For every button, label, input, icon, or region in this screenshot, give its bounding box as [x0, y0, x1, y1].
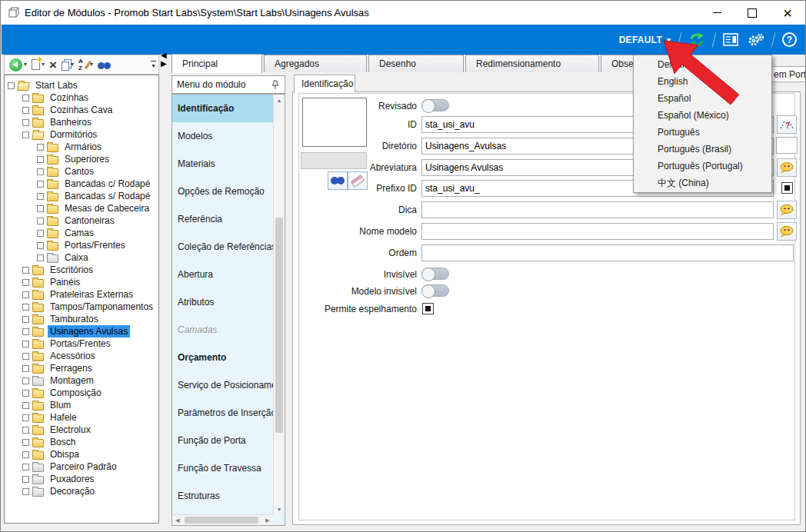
expand-right-icon[interactable]: ▶	[161, 60, 167, 68]
tree-expander-icon[interactable]	[22, 402, 29, 409]
replace-id-button[interactable]: ?	[777, 115, 797, 134]
tree-expander-icon[interactable]	[22, 328, 29, 335]
language-menu-item[interactable]: Português	[634, 124, 771, 141]
tree-item[interactable]: Parceiro Padrão	[5, 461, 158, 473]
module-menu-item[interactable]: Referência	[172, 205, 274, 233]
tree-item[interactable]: Ferragens	[5, 362, 158, 374]
module-menu-item[interactable]: Atributos	[172, 288, 274, 316]
close-button[interactable]	[770, 1, 805, 25]
tree-item[interactable]: Obispa	[5, 448, 158, 461]
delete-button[interactable]	[47, 56, 59, 73]
tree-expander-icon[interactable]	[37, 156, 44, 163]
module-menu-item[interactable]: Materiais	[172, 150, 274, 178]
identification-subtab[interactable]: Identificação	[294, 75, 355, 92]
permite-espelhamento-checkbox[interactable]	[422, 303, 434, 314]
tree-expander-icon[interactable]	[22, 95, 29, 101]
translate-nome-modelo-button[interactable]	[777, 222, 797, 241]
tree-item[interactable]: Portas/Frentes	[5, 239, 158, 251]
tree-item[interactable]: Usinagens Avulsas	[5, 325, 158, 337]
tree-item[interactable]: Portas/Frentes	[5, 337, 158, 350]
dica-input[interactable]	[421, 201, 774, 218]
language-menu-item[interactable]: 中文 (China)	[634, 175, 771, 191]
tree-expander-icon[interactable]	[37, 181, 44, 188]
module-menu-item[interactable]: Modelos	[172, 122, 274, 150]
tree-item[interactable]: Puxadores	[5, 473, 158, 485]
horizontal-scrollbar[interactable]: ◀ ▶	[172, 514, 273, 525]
tree-expander-icon[interactable]	[22, 365, 29, 372]
toolbar-overflow-button[interactable]	[148, 56, 158, 73]
module-menu-item[interactable]: Parâmetros de Inserção	[172, 399, 274, 427]
module-menu-item[interactable]: Serviço de Posicionamento	[172, 371, 274, 399]
back-button[interactable]: ▾	[7, 56, 29, 73]
vertical-scrollbar[interactable]: ▲ ▼	[273, 95, 285, 514]
tree-item[interactable]: Painéis	[5, 276, 158, 288]
ordem-input[interactable]	[421, 244, 794, 261]
tree-expander-icon[interactable]	[37, 193, 44, 200]
tree-expander-icon[interactable]	[22, 267, 29, 274]
nome-modelo-input[interactable]	[421, 223, 774, 240]
tree-expander-icon[interactable]	[22, 488, 29, 495]
pin-icon[interactable]	[271, 80, 280, 90]
module-menu-item[interactable]: Estruturas	[172, 482, 274, 510]
tree-item[interactable]: Start Labs	[5, 79, 158, 91]
tree-expander-icon[interactable]	[22, 414, 29, 421]
translate-abreviatura-button[interactable]	[777, 158, 797, 177]
settings-button[interactable]	[748, 33, 764, 47]
tree-item[interactable]: Decoração	[5, 485, 158, 497]
tree-expander-icon[interactable]	[37, 254, 44, 261]
module-menu-item[interactable]: Abertura	[172, 261, 274, 288]
tree-item[interactable]: Bosch	[5, 436, 158, 448]
tree-item[interactable]: Acessórios	[5, 350, 158, 362]
chevron-down-icon[interactable]: ▾	[71, 62, 74, 68]
tree-item[interactable]: Tampos/Tamponamentos	[5, 301, 158, 313]
tree-item[interactable]: Camas	[5, 227, 158, 239]
module-menu-item[interactable]: Orçamento	[172, 344, 274, 371]
module-menu-item[interactable]: Função de Travessa	[172, 454, 274, 482]
module-menu-item[interactable]: Função de Porta	[172, 427, 274, 454]
partially-visible-tab[interactable]: em Port	[771, 66, 806, 82]
find-button[interactable]	[95, 56, 113, 73]
revisado-toggle[interactable]	[421, 99, 449, 111]
tree-item[interactable]: Bancadas s/ Rodapé	[5, 190, 158, 202]
tree-item[interactable]: Cozinhas Cava	[5, 104, 158, 116]
tree-expander-icon[interactable]	[22, 353, 29, 360]
tree-item[interactable]: Cozinhas	[5, 91, 158, 104]
module-menu-item[interactable]: Opções de Remoção	[172, 178, 274, 205]
module-menu-item[interactable]: Identificação	[172, 95, 274, 122]
tree-item[interactable]: Montagem	[5, 374, 158, 387]
new-item-button[interactable]: ▾	[29, 56, 47, 73]
main-tab[interactable]: Agregados	[264, 55, 367, 72]
scroll-up-icon[interactable]: ▲	[274, 95, 285, 105]
tree-expander-icon[interactable]	[22, 304, 29, 311]
tree-expander-icon[interactable]	[22, 341, 29, 347]
tree-expander-icon[interactable]	[37, 144, 44, 151]
help-button[interactable]: ?	[782, 32, 797, 47]
tree-expander-icon[interactable]	[22, 131, 29, 138]
main-tab[interactable]: Principal	[172, 54, 262, 73]
chevron-down-icon[interactable]: ▾	[42, 62, 45, 68]
invisivel-toggle[interactable]	[421, 268, 449, 280]
tree-item[interactable]: Hafele	[5, 411, 158, 424]
tree-expander-icon[interactable]	[8, 82, 15, 89]
tree-item[interactable]: Armários	[5, 141, 158, 153]
scrollbar-thumb[interactable]	[185, 517, 258, 524]
tree-expander-icon[interactable]	[22, 279, 29, 286]
tree-item[interactable]: Electrolux	[5, 424, 158, 436]
main-tab[interactable]: Redimensionamento	[465, 55, 599, 72]
tree-expander-icon[interactable]	[22, 119, 29, 126]
tree-expander-icon[interactable]	[22, 451, 29, 458]
tree-expander-icon[interactable]	[22, 377, 29, 384]
tree-expander-icon[interactable]	[37, 242, 44, 249]
tree-item[interactable]: Composição	[5, 387, 158, 399]
tree-expander-icon[interactable]	[37, 168, 44, 175]
sort-button[interactable]: ▾	[76, 56, 95, 73]
tree-item[interactable]: Blum	[5, 399, 158, 411]
modelo-invisivel-toggle[interactable]	[421, 284, 449, 297]
tree-item[interactable]: Tamburatos	[5, 313, 158, 325]
translate-dica-button[interactable]	[777, 201, 797, 219]
chevron-down-icon[interactable]: ▾	[24, 62, 27, 68]
minimize-button[interactable]	[699, 1, 734, 25]
maximize-button[interactable]	[734, 1, 770, 25]
tree-expander-icon[interactable]	[22, 316, 29, 323]
collapse-left-icon[interactable]: ◀	[161, 52, 167, 59]
